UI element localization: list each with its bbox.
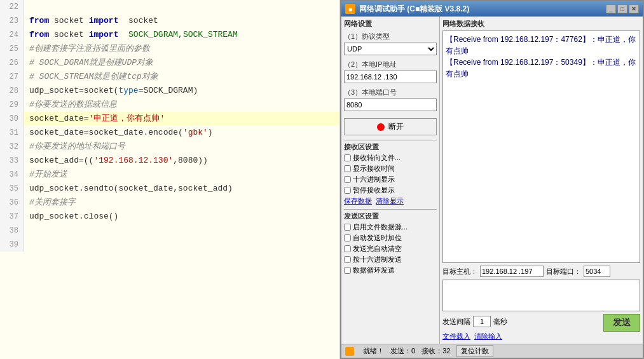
window-title: 网络调试助手 (C■精装版 V3.8.2) [359,4,469,15]
code-line-23: 23 from socket import socket [0,14,339,28]
code-line-39: 39 [0,238,339,252]
send-textarea[interactable] [442,280,640,311]
hex-send-row: 按十六进制发送 [344,255,437,264]
code-line-24: 24 from socket import SOCK_DGRAM,SOCK_ST… [0,28,339,42]
code-line-37: 37 udp_socket.close() [0,210,339,224]
code-line-27: 27 # SOCK_STREAM就是创建tcp对象 [0,70,339,84]
loop-send-checkbox[interactable] [344,267,351,274]
auto-clear-checkbox[interactable] [344,245,351,252]
code-line-28: 28 udp_socket=socket(type=SOCK_DGRAM) [0,84,339,98]
code-line-33: 33 socket_add=(('192.168.12.130',8080)) [0,154,339,168]
red-dot-icon [377,123,385,131]
hex-display-checkbox[interactable] [344,176,351,183]
file-data-label: 启用文件数据源... [353,222,408,232]
show-time-row: 显示接收时间 [344,164,437,173]
code-editor: 22 23 from socket import socket 24 from … [0,0,340,359]
recv-count: 接收：32 [421,346,450,356]
auto-add-label: 自动发送时加位 [353,233,402,243]
status-text: 就绪！ [363,346,384,356]
ms-label: 毫秒 [493,317,507,327]
recv-file-row: 接收转向文件... [344,153,437,163]
interval-row: 发送间隔 毫秒 [442,316,507,327]
recv-text: 【Receive from 192.168.12.197：47762】：申正道，… [446,35,636,78]
send-button[interactable]: 发送 [603,314,640,332]
send-count: 发送：0 [390,346,415,356]
send-settings-section: 发送区设置 启用文件数据源... 自动发送时加位 发送完自动清空 按十六进制发送 [344,209,437,276]
network-settings-title: 网络设置 [344,19,437,29]
code-line-25: 25 #创建套接字注意括弧里面的参数 [0,42,339,56]
file-data-row: 启用文件数据源... [344,222,437,232]
local-port-label: （3）本地端口号 [344,88,437,97]
recv-settings-section: 接收区设置 接收转向文件... 显示接收时间 十六进制显示 暂停接收显示 [344,140,437,206]
pause-checkbox[interactable] [344,187,351,194]
local-ip-label: （2）本地IP地址 [344,60,437,69]
app-icon: ■ [345,4,355,14]
code-line-38: 38 [0,224,339,238]
recv-links-row: 保存数据 清除显示 [344,196,437,206]
pause-label: 暂停接收显示 [353,186,395,195]
code-line-31: 31 socket_date=socket_date.encode('gbk') [0,126,339,140]
loop-send-label: 数据循环发送 [353,266,395,275]
reset-button[interactable]: 复位计数 [456,345,493,357]
protocol-label: （1）协议类型 [344,32,437,41]
interval-input[interactable] [473,316,491,327]
show-time-label: 显示接收时间 [353,164,395,173]
hex-send-label: 按十六进制发送 [353,255,402,264]
protocol-select[interactable]: UDP [344,43,437,55]
target-host-input[interactable] [480,266,544,277]
title-bar-left: ■ 网络调试助手 (C■精装版 V3.8.2) [345,4,469,15]
interval-label: 发送间隔 [442,317,470,327]
file-links-row: 文件载入 清除输入 [442,332,640,341]
clear-display-link[interactable]: 清除显示 [376,196,404,206]
local-port-input[interactable] [344,98,437,111]
code-line-29: 29 #你要发送的数据或信息 [0,98,339,112]
code-line-36: 36 #关闭套接字 [0,196,339,210]
status-icon [345,347,354,356]
auto-add-checkbox[interactable] [344,234,351,241]
target-host-label: 目标主机： [442,267,477,276]
recv-settings-title: 接收区设置 [344,142,437,152]
net-tool-window: ■ 网络调试助手 (C■精装版 V3.8.2) _ □ ✕ 网络设置 （1）协议… [340,0,644,359]
code-lines: 22 23 from socket import socket 24 from … [0,0,339,252]
status-bar: 就绪！ 发送：0 接收：32 复位计数 [341,344,643,358]
hex-display-label: 十六进制显示 [353,175,395,184]
send-settings-title: 发送区设置 [344,212,437,221]
protocol-group: （1）协议类型 UDP [344,32,437,55]
auto-clear-label: 发送完自动清空 [353,244,402,254]
show-time-checkbox[interactable] [344,165,351,172]
recv-display: 【Receive from 192.168.12.197：47762】：申正道，… [442,30,640,263]
code-line-34: 34 #开始发送 [0,168,339,182]
title-controls[interactable]: _ □ ✕ [606,4,639,13]
code-line-22: 22 [0,0,339,14]
code-line-26: 26 # SOCK_DGRAM就是创建UDP对象 [0,56,339,70]
recv-file-label: 接收转向文件... [353,153,401,163]
auto-add-row: 自动发送时加位 [344,233,437,243]
disconnect-button[interactable]: 断开 [344,118,437,135]
local-port-group: （3）本地端口号 [344,88,437,111]
tool-body: 网络设置 （1）协议类型 UDP （2）本地IP地址 （3）本地端口号 断开 [341,17,643,344]
code-line-35: 35 udp_socket.sendto(socket_date,socket_… [0,182,339,196]
title-bar: ■ 网络调试助手 (C■精装版 V3.8.2) _ □ ✕ [341,1,643,17]
target-port-label: 目标端口： [546,267,581,276]
file-load-link[interactable]: 文件载入 [442,332,470,341]
save-data-link[interactable]: 保存数据 [344,196,372,206]
loop-send-row: 数据循环发送 [344,266,437,275]
pause-row: 暂停接收显示 [344,186,437,195]
left-panel: 网络设置 （1）协议类型 UDP （2）本地IP地址 （3）本地端口号 断开 [341,17,440,344]
local-ip-group: （2）本地IP地址 [344,60,437,83]
code-line-30: 30 socket_date='申正道，你有点帅' [0,112,339,126]
code-line-32: 32 #你要发送的地址和端口号 [0,140,339,154]
local-ip-input[interactable] [344,71,437,83]
clear-input-link[interactable]: 清除输入 [474,332,502,341]
recv-file-checkbox[interactable] [344,154,351,161]
close-button[interactable]: ✕ [629,4,639,13]
file-data-checkbox[interactable] [344,224,351,231]
target-row: 目标主机： 目标端口： [442,266,640,277]
target-port-input[interactable] [584,266,610,277]
auto-clear-row: 发送完自动清空 [344,244,437,254]
minimize-button[interactable]: _ [606,4,616,13]
hex-send-checkbox[interactable] [344,256,351,263]
hex-display-row: 十六进制显示 [344,175,437,184]
maximize-button[interactable]: □ [617,4,627,13]
recv-display-title: 网络数据接收 [442,19,640,29]
